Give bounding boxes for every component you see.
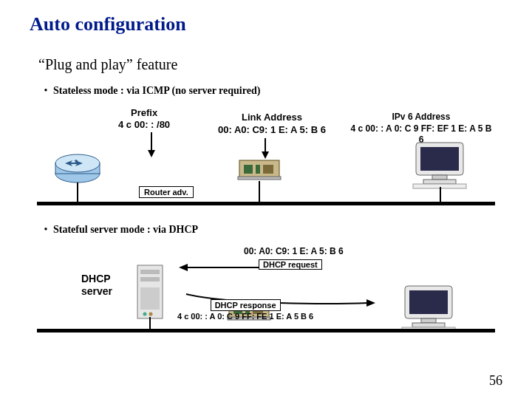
- page-number: 56: [489, 373, 502, 389]
- bullet-stateless-text: Stateless mode : via ICMP (no server req…: [53, 85, 260, 97]
- svg-rect-15: [423, 180, 456, 184]
- prefix-value: 4 c 00: : /80: [118, 119, 170, 131]
- link-address-value: 00: A0: C9: 1 E: A 5: B 6: [218, 124, 326, 137]
- link-address-title: Link Address: [218, 112, 326, 124]
- link-address-block: Link Address 00: A0: C9: 1 E: A 5: B 6: [218, 112, 326, 137]
- dhcp-response-address: 4 c 00: : A 0: C 9 FF: FE 1 E: A 5 B 6: [177, 312, 313, 321]
- svg-point-22: [149, 313, 153, 316]
- svg-rect-20: [140, 287, 160, 310]
- svg-marker-30: [366, 299, 375, 307]
- dhcp-server-label-2: server: [81, 285, 112, 298]
- svg-point-21: [143, 313, 147, 316]
- svg-rect-13: [420, 147, 459, 171]
- arrow-left-icon: [177, 262, 266, 276]
- nic-card-icon: [236, 157, 288, 190]
- svg-rect-11: [238, 177, 281, 180]
- dhcp-response-block: DHCP response 4 c 00: : A 0: C 9 FF: FE …: [177, 299, 313, 322]
- bus-drop: [149, 317, 151, 329]
- stateless-diagram: Prefix 4 c 00: : /80 Link Address 00: A0…: [37, 107, 495, 211]
- bullet-stateful-text: Stateful server mode : via DHCP: [53, 224, 198, 236]
- router-adv-label: Router adv.: [139, 186, 194, 198]
- bullet-stateful: • Stateful server mode : via DHCP: [38, 224, 502, 236]
- dhcp-request-label: DHCP request: [259, 259, 322, 270]
- svg-marker-4: [148, 150, 155, 157]
- computer-icon: [410, 140, 477, 193]
- svg-marker-24: [179, 264, 188, 271]
- ipv6-address-title: IPv 6 Address: [347, 112, 495, 123]
- svg-rect-18: [140, 270, 160, 274]
- arrow-down-icon: [146, 132, 157, 160]
- prefix-label: Prefix: [118, 107, 170, 119]
- svg-rect-34: [412, 323, 445, 327]
- dhcp-response-label: DHCP response: [211, 299, 281, 311]
- bullet-stateless: • Stateless mode : via ICMP (no server r…: [38, 85, 502, 97]
- bullet-dot-icon: •: [38, 224, 53, 236]
- svg-rect-33: [421, 318, 436, 323]
- slide-title: Auto configuration: [30, 13, 502, 35]
- bus-drop: [440, 187, 441, 202]
- bullet-dot-icon: •: [38, 85, 53, 97]
- bus-drop: [259, 181, 260, 202]
- dhcp-server-label-1: DHCP: [81, 273, 112, 285]
- svg-rect-10: [263, 165, 273, 174]
- network-bus-line: [37, 202, 495, 205]
- svg-rect-8: [244, 165, 253, 174]
- slide-subtitle: “Plug and play” feature: [38, 56, 502, 73]
- prefix-block: Prefix 4 c 00: : /80: [118, 107, 170, 130]
- svg-rect-32: [409, 290, 448, 314]
- bus-drop: [77, 183, 78, 202]
- svg-rect-9: [256, 165, 260, 174]
- mac-address-label: 00: A0: C9: 1 E: A 5: B 6: [244, 246, 344, 256]
- stateful-diagram: DHCP server 00: A0: C9: 1 E: A 5: B 6 DH…: [37, 246, 495, 342]
- dhcp-server-label: DHCP server: [81, 273, 112, 298]
- server-icon: [133, 262, 171, 329]
- svg-rect-19: [140, 277, 160, 282]
- svg-rect-14: [432, 175, 447, 180]
